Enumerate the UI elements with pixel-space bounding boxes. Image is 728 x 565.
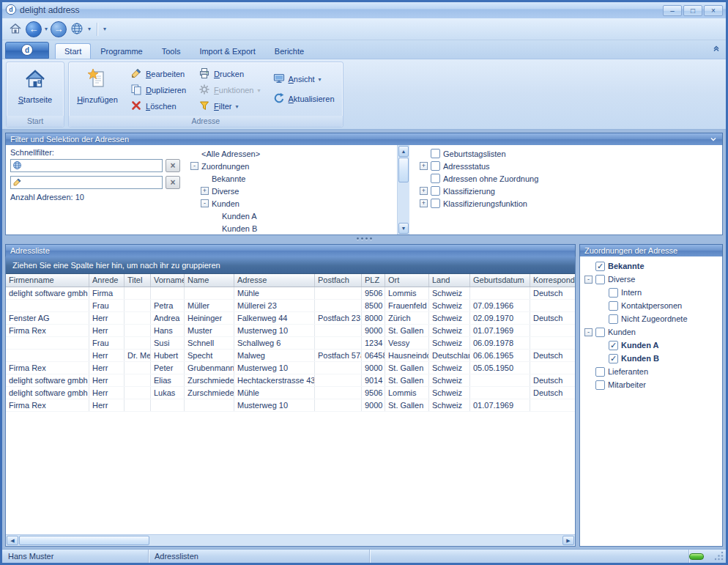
column-header[interactable]: Firmenname xyxy=(6,274,89,287)
tree-item[interactable]: Mitarbeiter xyxy=(580,378,722,391)
scroll-up-button[interactable]: ▲ xyxy=(398,146,409,157)
tree-item[interactable]: Lieferanten xyxy=(580,365,722,378)
tab-programme[interactable]: Programme xyxy=(91,43,152,59)
resize-grip[interactable] xyxy=(714,551,725,562)
tab-tools[interactable]: Tools xyxy=(152,43,190,59)
checkbox-unchecked[interactable] xyxy=(431,186,440,196)
expand-icon[interactable]: + xyxy=(420,199,428,207)
column-header[interactable]: Korrespondenz xyxy=(530,274,575,287)
scroll-down-button[interactable]: ▼ xyxy=(398,223,409,234)
loeschen-button[interactable]: Löschen xyxy=(125,98,191,114)
checkbox-checked[interactable]: ✓ xyxy=(595,262,605,271)
table-row[interactable]: Firma RexHerrHansMusterMusterweg 109000S… xyxy=(6,325,575,337)
scroll-left-button[interactable]: ◀ xyxy=(7,536,18,545)
tree-item[interactable]: Bekannte xyxy=(187,172,397,185)
checkbox-unchecked[interactable] xyxy=(431,149,440,158)
duplizieren-button[interactable]: Duplizieren xyxy=(125,82,191,98)
checkbox-unchecked[interactable] xyxy=(609,301,618,311)
column-header[interactable]: Titel xyxy=(125,274,151,287)
collapse-icon[interactable]: - xyxy=(201,199,209,207)
tree-item[interactable]: -Kunden xyxy=(187,197,397,210)
tree-item[interactable]: -Diverse xyxy=(580,273,722,286)
tab-start[interactable]: Start xyxy=(55,43,91,59)
panel-collapse-button[interactable] xyxy=(709,135,718,144)
tree-item[interactable]: ✓Kunden A xyxy=(580,339,722,352)
ansicht-button[interactable]: Ansicht ▾ xyxy=(268,71,340,87)
scrollbar-thumb[interactable] xyxy=(398,158,409,182)
quickfilter-input-1[interactable] xyxy=(24,160,162,171)
table-row[interactable]: delight software gmbhHerrEliasZurschmied… xyxy=(6,374,575,387)
hinzufuegen-button[interactable]: Hinzufügen xyxy=(72,64,123,114)
tree-item[interactable]: -Kunden xyxy=(580,325,722,339)
table-row[interactable]: delight software gmbhFirmaMühle9506Lommi… xyxy=(6,287,575,300)
scrollbar-thumb[interactable] xyxy=(19,536,149,545)
clear-filter-button-2[interactable]: × xyxy=(166,176,180,189)
checkbox-unchecked[interactable] xyxy=(609,314,618,324)
table-row[interactable]: Firma RexHerrPeterGrubenmannMusterweg 10… xyxy=(6,362,575,374)
expand-icon[interactable]: + xyxy=(420,162,428,170)
group-by-bar[interactable]: Ziehen Sie eine Spalte hier hin, um nach… xyxy=(6,256,575,274)
minimize-button[interactable]: – xyxy=(663,5,682,16)
aktualisieren-button[interactable]: Aktualisieren xyxy=(268,91,340,107)
tree-item[interactable]: <Alle Adressen> xyxy=(187,147,397,160)
checkbox-checked[interactable]: ✓ xyxy=(609,354,618,363)
tree-item[interactable]: ✓Kunden B xyxy=(580,352,722,365)
column-header[interactable]: Land xyxy=(429,274,470,287)
expand-icon[interactable]: + xyxy=(420,187,428,195)
checkbox-unchecked[interactable] xyxy=(431,161,440,171)
toolbar-overflow-button[interactable]: ▾ xyxy=(103,26,107,32)
horizontal-scrollbar[interactable]: ◀ ▶ xyxy=(6,534,575,546)
column-header[interactable]: Postfach xyxy=(315,274,362,287)
table-row[interactable]: FrauSusiSchnellSchallweg 61234VessySchwe… xyxy=(6,337,575,350)
bearbeiten-button[interactable]: Bearbeiten xyxy=(125,66,191,82)
splitter-handle[interactable] xyxy=(5,235,723,242)
column-header[interactable]: Adresse xyxy=(234,274,315,287)
nav-back-dropdown[interactable]: ▾ xyxy=(44,26,48,32)
tree-item[interactable]: Intern xyxy=(580,286,722,299)
tree-item[interactable]: ✓Bekannte xyxy=(580,259,722,273)
tab-import-export[interactable]: Import & Export xyxy=(190,43,264,59)
close-button[interactable]: × xyxy=(704,5,723,16)
tree-item[interactable]: Kunden B xyxy=(187,222,397,235)
column-header[interactable]: Ort xyxy=(385,274,429,287)
collapse-icon[interactable]: - xyxy=(584,276,593,284)
tree-item[interactable]: Nicht Zugeordnete xyxy=(580,312,722,325)
tree-vertical-scrollbar[interactable]: ▲ ▼ xyxy=(397,145,409,235)
collapse-ribbon-button[interactable] xyxy=(710,43,723,55)
nav-forward-button[interactable]: → xyxy=(51,21,67,37)
tree-item[interactable]: +Diverse xyxy=(187,185,397,197)
application-menu-button[interactable]: d xyxy=(5,42,49,59)
maximize-button[interactable]: □ xyxy=(683,5,702,16)
table-row[interactable]: HerrDr. Med.HubertSpechtMalwegPostfach 5… xyxy=(6,350,575,362)
column-header[interactable]: Name xyxy=(185,274,234,287)
table-row[interactable]: FrauPetraMüllerMüllerei 238500Frauenfeld… xyxy=(6,300,575,312)
table-row[interactable]: Firma RexHerrMusterweg 109000St. GallenS… xyxy=(6,399,575,412)
checkbox-unchecked[interactable] xyxy=(595,380,605,390)
tab-berichte[interactable]: Berichte xyxy=(265,43,313,59)
tree-item[interactable]: +Klassifizierungsfunktion xyxy=(417,197,722,210)
browser-button[interactable] xyxy=(69,21,85,38)
tree-item[interactable]: Kunden A xyxy=(187,210,397,222)
column-header[interactable]: Geburtsdatum xyxy=(470,274,530,287)
collapse-icon[interactable]: - xyxy=(584,328,593,336)
column-header[interactable]: PLZ xyxy=(362,274,385,287)
column-header[interactable]: Anrede xyxy=(89,274,125,287)
title-bar[interactable]: d delight address – □ × xyxy=(2,2,726,18)
nav-back-button[interactable]: ← xyxy=(26,21,42,37)
column-header[interactable]: Vorname xyxy=(151,274,185,287)
checkbox-unchecked[interactable] xyxy=(431,199,440,208)
startseite-button[interactable]: Startseite xyxy=(10,64,61,114)
drucken-button[interactable]: Drucken xyxy=(193,66,265,82)
tree-item[interactable]: Adressen ohne Zuordnung xyxy=(417,172,722,185)
home-button[interactable] xyxy=(7,21,23,38)
scroll-right-button[interactable]: ▶ xyxy=(562,536,574,545)
table-row[interactable]: delight software gmbhHerrLukasZurschmied… xyxy=(6,387,575,399)
tree-item[interactable]: +Adressstatus xyxy=(417,160,722,172)
clear-filter-button-1[interactable]: × xyxy=(166,159,180,172)
checkbox-unchecked[interactable] xyxy=(595,328,605,337)
checkbox-unchecked[interactable] xyxy=(609,288,618,298)
table-row[interactable]: Fenster AGHerrAndreaHeiningerFalkenweg 4… xyxy=(6,312,575,325)
quickfilter-input-2[interactable] xyxy=(24,177,162,188)
tree-item[interactable]: -Zuordnungen xyxy=(187,160,397,172)
expand-icon[interactable]: + xyxy=(201,187,209,195)
